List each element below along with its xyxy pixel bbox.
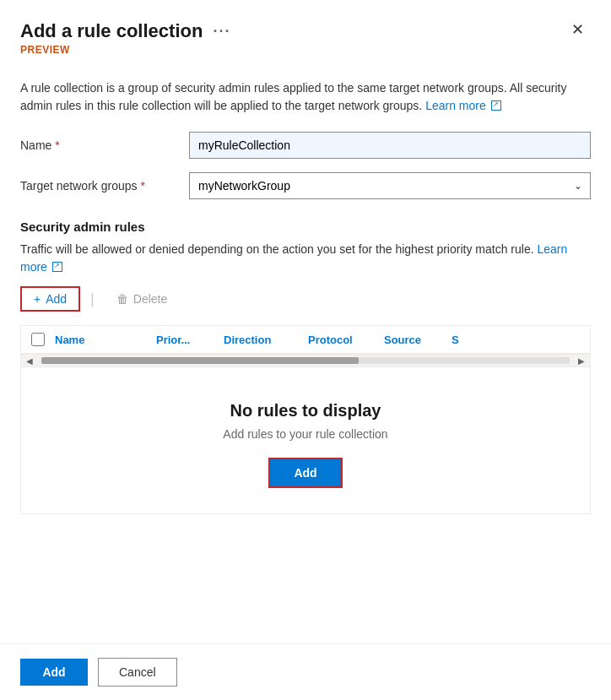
toolbar: + Add | 🗑 Delete <box>20 286 591 312</box>
target-required-star: * <box>140 179 144 193</box>
panel-ellipsis[interactable]: ··· <box>213 23 230 41</box>
add-rule-button[interactable]: + Add <box>20 286 80 312</box>
plus-icon: + <box>34 292 41 306</box>
col-header-name[interactable]: Name <box>55 334 156 346</box>
name-input[interactable] <box>189 132 591 159</box>
footer-add-button[interactable]: Add <box>20 659 88 686</box>
rules-table: Name Prior... Direction Protocol Source … <box>20 325 591 514</box>
panel-title-block: Add a rule collection ··· PREVIEW <box>20 20 565 56</box>
toolbar-divider: | <box>90 290 95 308</box>
name-form-row: Name * <box>20 132 591 159</box>
scrollbar-track <box>41 357 570 364</box>
learn-more-link-1[interactable]: Learn more <box>425 99 500 112</box>
header-checkbox-col <box>21 333 55 346</box>
panel-header: Add a rule collection ··· PREVIEW ✕ <box>0 0 611 62</box>
panel-body: A rule collection is a group of security… <box>0 62 611 643</box>
name-required-star: * <box>55 138 59 152</box>
target-select[interactable]: myNetworkGroup <box>189 172 591 199</box>
name-label: Name * <box>20 138 189 152</box>
horizontal-scrollbar[interactable]: ◀ ▶ <box>21 354 590 367</box>
col-header-source[interactable]: Source <box>384 334 451 346</box>
select-all-checkbox[interactable] <box>31 333 45 346</box>
col-header-s[interactable]: S <box>451 334 485 346</box>
ext-link-icon-2 <box>52 262 62 272</box>
footer-cancel-button[interactable]: Cancel <box>98 658 177 686</box>
target-form-row: Target network groups * myNetworkGroup ⌄ <box>20 172 591 199</box>
add-rule-collection-panel: Add a rule collection ··· PREVIEW ✕ A ru… <box>0 0 611 700</box>
section-title: Security admin rules <box>20 220 591 234</box>
panel-description: A rule collection is a group of security… <box>20 79 591 115</box>
preview-label: PREVIEW <box>20 44 565 56</box>
scroll-right-arrow[interactable]: ▶ <box>573 354 590 367</box>
add-rule-label: Add <box>46 292 67 306</box>
panel-footer: Add Cancel <box>0 643 611 700</box>
table-header: Name Prior... Direction Protocol Source … <box>21 326 590 354</box>
scrollbar-thumb[interactable] <box>41 357 359 364</box>
col-header-direction[interactable]: Direction <box>224 334 308 346</box>
empty-state-description: Add rules to your rule collection <box>223 427 387 441</box>
col-header-priority[interactable]: Prior... <box>156 334 224 346</box>
empty-state: No rules to display Add rules to your ru… <box>21 367 590 513</box>
empty-state-title: No rules to display <box>230 401 381 421</box>
ext-link-icon-1 <box>491 100 501 111</box>
target-select-wrapper: myNetworkGroup ⌄ <box>189 172 591 199</box>
panel-title-text: Add a rule collection <box>20 20 203 42</box>
trash-icon: 🗑 <box>116 292 128 306</box>
target-label: Target network groups * <box>20 179 189 193</box>
delete-rule-label: Delete <box>133 292 167 306</box>
col-header-protocol[interactable]: Protocol <box>308 334 384 346</box>
scroll-left-arrow[interactable]: ◀ <box>21 354 38 367</box>
section-description: Traffic will be allowed or denied depend… <box>20 241 591 276</box>
delete-rule-button[interactable]: 🗑 Delete <box>105 288 179 310</box>
empty-state-add-button[interactable]: Add <box>268 458 342 488</box>
panel-title: Add a rule collection ··· <box>20 20 565 42</box>
close-button[interactable]: ✕ <box>565 17 591 42</box>
